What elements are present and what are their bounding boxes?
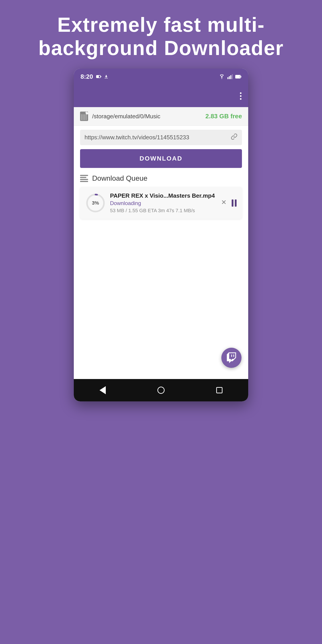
svg-rect-16 xyxy=(86,114,87,120)
twitch-fab-button[interactable] xyxy=(222,348,242,368)
status-bar: 8:20 xyxy=(74,69,248,85)
svg-rect-5 xyxy=(228,77,228,79)
download-info: PAPER REX x Visio...Masters Ber.mp4 Down… xyxy=(110,192,216,214)
queue-section: Download Queue 3% PAPER REX x Visio...Ma… xyxy=(74,172,248,219)
queue-title: Download Queue xyxy=(92,174,147,182)
sd-card-icon xyxy=(80,112,88,121)
battery-full-icon xyxy=(235,74,242,79)
url-input[interactable]: https://www.twitch.tv/videos/1145515233 xyxy=(84,134,227,141)
url-input-row[interactable]: https://www.twitch.tv/videos/1145515233 xyxy=(80,130,242,145)
svg-rect-6 xyxy=(229,76,230,79)
link-icon xyxy=(231,133,238,142)
navigation-bar xyxy=(74,379,248,402)
download-item: 3% PAPER REX x Visio...Masters Ber.mp4 D… xyxy=(80,187,242,219)
hero-title: Extremely fast multi-background Download… xyxy=(0,0,322,69)
queue-header: Download Queue xyxy=(80,174,242,182)
wifi-icon xyxy=(219,74,225,80)
recents-button[interactable] xyxy=(216,387,222,393)
svg-rect-14 xyxy=(82,114,84,120)
download-actions xyxy=(220,199,236,207)
signal-icon xyxy=(227,74,233,80)
content-area xyxy=(74,222,248,379)
queue-icon xyxy=(80,175,88,182)
svg-rect-1 xyxy=(100,76,101,77)
svg-rect-10 xyxy=(240,76,241,78)
download-indicator-icon xyxy=(104,74,109,79)
svg-point-4 xyxy=(222,78,222,79)
hero-section: Extremely fast multi-background Download… xyxy=(0,0,322,69)
back-button[interactable] xyxy=(100,386,106,394)
cancel-download-button[interactable] xyxy=(220,199,227,207)
svg-rect-7 xyxy=(230,75,231,79)
svg-rect-15 xyxy=(84,114,85,120)
progress-percent: 3% xyxy=(92,200,99,206)
home-button[interactable] xyxy=(158,386,164,394)
progress-circle: 3% xyxy=(86,193,106,213)
pause-download-button[interactable] xyxy=(232,200,236,206)
svg-rect-11 xyxy=(236,75,240,78)
download-button[interactable]: DOWNLOAD xyxy=(80,149,242,168)
app-bar xyxy=(74,85,248,107)
svg-rect-2 xyxy=(96,76,99,78)
phone-frame: 8:20 xyxy=(74,69,248,402)
svg-rect-13 xyxy=(81,114,82,120)
svg-rect-3 xyxy=(105,78,108,78)
download-status: Downloading xyxy=(110,200,216,206)
twitch-logo-icon xyxy=(226,352,237,363)
download-filename: PAPER REX x Visio...Masters Ber.mp4 xyxy=(110,192,216,199)
overflow-menu-button[interactable] xyxy=(240,92,242,100)
storage-free: 2.83 GB free xyxy=(206,113,242,120)
svg-rect-8 xyxy=(232,74,233,79)
storage-path: /storage/emulated/0/Music xyxy=(92,113,160,120)
storage-bar[interactable]: /storage/emulated/0/Music 2.83 GB free xyxy=(74,107,248,126)
time-display: 8:20 xyxy=(80,73,93,80)
battery-icon xyxy=(96,74,102,80)
download-stats: 53 MB / 1.55 GB ETA 3m 47s 7.1 MB/s xyxy=(110,208,216,214)
url-area: https://www.twitch.tv/videos/1145515233 xyxy=(74,126,248,145)
